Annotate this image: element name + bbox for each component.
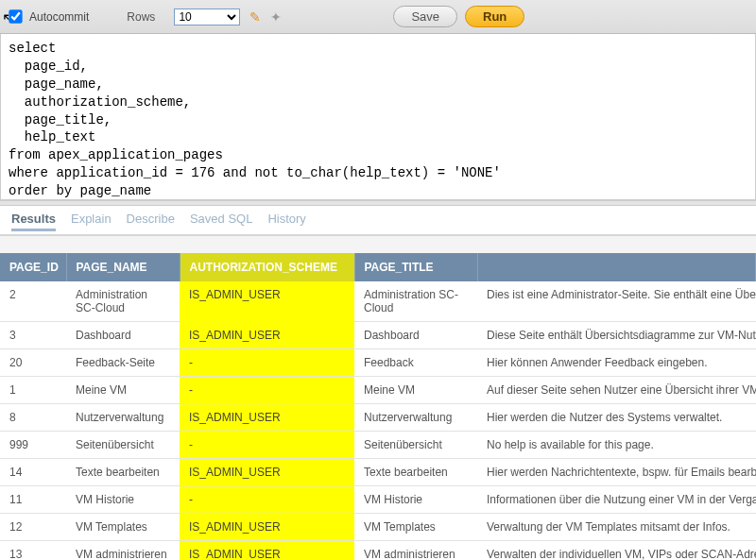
table-row[interactable]: 8NutzerverwaltungIS_ADMIN_USERNutzerverw… xyxy=(0,404,756,432)
table-header: PAGE_ID PAGE_NAME AUTHORIZATION_SCHEME P… xyxy=(0,253,756,281)
cell-help-text: Hier werden die Nutzer des Systems verwa… xyxy=(477,404,756,432)
autocommit-checkbox[interactable] xyxy=(9,9,22,23)
table-row[interactable]: 12VM TemplatesIS_ADMIN_USERVM TemplatesV… xyxy=(0,514,756,541)
tab-saved-sql[interactable]: Saved SQL xyxy=(190,212,253,231)
table-row[interactable]: 1Meine VM-Meine VMAuf dieser Seite sehen… xyxy=(0,377,756,404)
cell-page-name: Meine VM xyxy=(66,377,180,404)
cell-help-text: Auf dieser Seite sehen Nutzer eine Übers… xyxy=(477,377,756,404)
tab-explain[interactable]: Explain xyxy=(71,212,112,231)
cell-page-id: 999 xyxy=(0,432,66,459)
col-page-title[interactable]: PAGE_TITLE xyxy=(354,253,477,281)
cell-page-id: 1 xyxy=(0,377,66,404)
cell-help-text: Hier werden Nachrichtentexte, bspw. für … xyxy=(477,459,756,486)
cell-page-name: VM Templates xyxy=(66,514,180,541)
cell-auth-scheme: IS_ADMIN_USER xyxy=(180,459,354,486)
toolbar: Autocommit Rows 10 ✎ ✦ Save Run xyxy=(0,0,756,34)
cell-help-text: No help is available for this page. xyxy=(477,432,756,459)
cell-help-text: Verwalten der individuellen VM, VIPs ode… xyxy=(477,541,756,561)
cell-auth-scheme: IS_ADMIN_USER xyxy=(180,404,354,432)
cell-page-id: 3 xyxy=(0,322,66,349)
cell-page-title: Meine VM xyxy=(354,377,477,404)
cell-page-title: Texte bearbeiten xyxy=(354,459,477,486)
cell-help-text: Hier können Anwender Feedback eingeben. xyxy=(477,349,756,377)
cell-page-name: Dashboard xyxy=(66,322,180,349)
cell-help-text: Diese Seite enthält Übersichtsdiagramme … xyxy=(477,322,756,349)
tabs: Results Explain Describe Saved SQL Histo… xyxy=(0,206,756,236)
cell-help-text: Verwaltung der VM Templates mitsamt der … xyxy=(477,514,756,541)
col-help-text[interactable] xyxy=(477,253,756,281)
cell-page-title: VM Templates xyxy=(354,514,477,541)
autocommit-label: Autocommit xyxy=(29,10,89,24)
cell-auth-scheme: IS_ADMIN_USER xyxy=(180,541,354,561)
cell-page-id: 8 xyxy=(0,404,66,432)
rows-select[interactable]: 10 xyxy=(174,8,240,25)
cell-page-name: Feedback-Seite xyxy=(66,349,180,377)
cell-page-title: VM Historie xyxy=(354,486,477,514)
table-row[interactable]: 20Feedback-Seite-FeedbackHier können Anw… xyxy=(0,349,756,377)
table-row[interactable]: 14Texte bearbeitenIS_ADMIN_USERTexte bea… xyxy=(0,459,756,486)
cell-page-title: Dashboard xyxy=(354,322,477,349)
cell-page-title: Feedback xyxy=(354,349,477,377)
cell-page-name: VM Historie xyxy=(66,486,180,514)
cell-auth-scheme: IS_ADMIN_USER xyxy=(180,322,354,349)
sql-editor[interactable]: select page_id, page_name, authorization… xyxy=(0,34,756,200)
cell-page-id: 11 xyxy=(0,486,66,514)
cell-help-text: Informationen über die Nutzung einer VM … xyxy=(477,486,756,514)
cell-auth-scheme: IS_ADMIN_USER xyxy=(180,514,354,541)
cell-page-name: Seitenübersicht xyxy=(66,432,180,459)
cell-page-id: 13 xyxy=(0,541,66,561)
cell-page-id: 12 xyxy=(0,514,66,541)
cell-auth-scheme: - xyxy=(180,377,354,404)
table-row[interactable]: 3DashboardIS_ADMIN_USERDashboardDiese Se… xyxy=(0,322,756,349)
cell-help-text: Dies ist eine Administrator-Seite. Sie e… xyxy=(477,281,756,322)
tab-history[interactable]: History xyxy=(267,212,305,231)
cell-auth-scheme: IS_ADMIN_USER xyxy=(180,281,354,322)
cell-auth-scheme: - xyxy=(180,486,354,514)
cell-page-title: VM administrieren xyxy=(354,541,477,561)
cell-page-id: 14 xyxy=(0,459,66,486)
table-row[interactable]: 999Seitenübersicht-SeitenübersichtNo hel… xyxy=(0,432,756,459)
col-auth-scheme[interactable]: AUTHORIZATION_SCHEME xyxy=(180,253,354,281)
tab-results[interactable]: Results xyxy=(11,212,56,231)
cell-page-name: Texte bearbeiten xyxy=(66,459,180,486)
table-row[interactable]: 2Administration SC-CloudIS_ADMIN_USERAdm… xyxy=(0,281,756,322)
cell-page-name: Nutzerverwaltung xyxy=(66,404,180,432)
rows-label: Rows xyxy=(127,10,155,24)
pencil-icon[interactable]: ✎ xyxy=(249,9,261,25)
wand-icon[interactable]: ✦ xyxy=(270,9,282,25)
run-button[interactable]: Run xyxy=(465,6,524,27)
cell-page-name: VM administrieren xyxy=(66,541,180,561)
cell-auth-scheme: - xyxy=(180,432,354,459)
col-page-id[interactable]: PAGE_ID xyxy=(0,253,66,281)
tab-describe[interactable]: Describe xyxy=(127,212,175,231)
cell-page-title: Administration SC-Cloud xyxy=(354,281,477,322)
table-row[interactable]: 11VM Historie-VM HistorieInformationen ü… xyxy=(0,486,756,514)
col-page-name[interactable]: PAGE_NAME xyxy=(66,253,180,281)
cell-page-title: Seitenübersicht xyxy=(354,432,477,459)
cell-page-title: Nutzerverwaltung xyxy=(354,404,477,432)
save-button[interactable]: Save xyxy=(393,6,457,27)
cell-auth-scheme: - xyxy=(180,349,354,377)
cell-page-name: Administration SC-Cloud xyxy=(66,281,180,322)
cell-page-id: 20 xyxy=(0,349,66,377)
table-row[interactable]: 13VM administrierenIS_ADMIN_USERVM admin… xyxy=(0,541,756,561)
spacer xyxy=(0,236,756,253)
cell-page-id: 2 xyxy=(0,281,66,322)
results-table: PAGE_ID PAGE_NAME AUTHORIZATION_SCHEME P… xyxy=(0,253,756,560)
